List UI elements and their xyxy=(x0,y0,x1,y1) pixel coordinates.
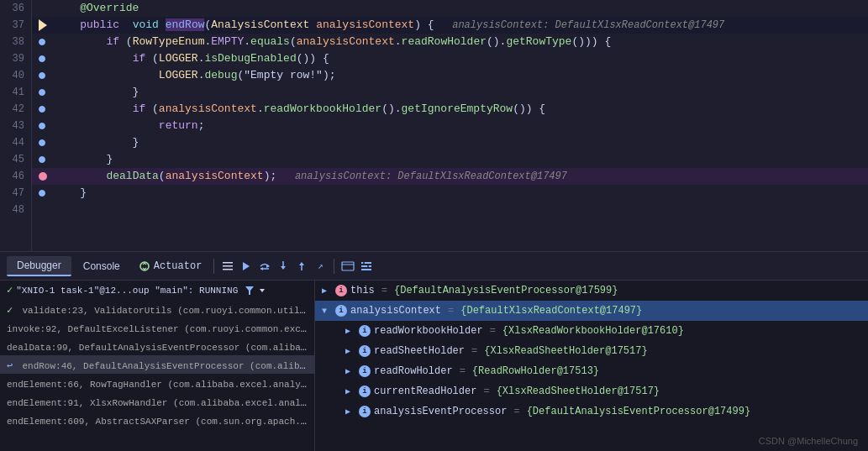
gutter-39 xyxy=(39,50,54,67)
stack-item-4[interactable]: endElement:66, RowTagHandler (com.alibab… xyxy=(0,374,314,392)
var-expand-arrow[interactable]: ▼ xyxy=(322,307,332,316)
var-type-icon: i xyxy=(335,285,347,296)
var-row-3[interactable]: ▶ireadSheetHolder={XlsxReadSheetHolder@1… xyxy=(315,341,868,361)
line-num-44: 44 xyxy=(7,134,24,151)
stack-list: ✓ validate:23, ValidatorUtils (com.ruoyi… xyxy=(0,300,314,429)
stack-text: endElement:66, RowTagHandler (com.alibab… xyxy=(7,379,314,391)
stack-item-0[interactable]: ✓ validate:23, ValidatorUtils (com.ruoyi… xyxy=(0,300,314,318)
tab-debugger[interactable]: Debugger xyxy=(7,256,71,276)
small-breakpoint[interactable] xyxy=(39,39,45,45)
stack-panel: ✓ "XNIO-1 task-1"@12...oup "main": RUNNI… xyxy=(0,281,315,451)
breakpoint-dot[interactable] xyxy=(39,172,47,181)
code-text-41: } xyxy=(54,86,139,98)
var-expand-arrow[interactable]: ▶ xyxy=(322,286,332,296)
small-breakpoint[interactable] xyxy=(39,123,45,129)
toolbar-icon-step-into[interactable] xyxy=(275,258,292,275)
watermark: CSDN @MichelleChung xyxy=(759,436,858,446)
tab-console[interactable]: Console xyxy=(73,257,130,275)
gutter-46 xyxy=(39,168,54,185)
var-row-4[interactable]: ▶ireadRowHolder={ReadRowHolder@17513} xyxy=(315,361,868,381)
svg-rect-2 xyxy=(223,265,233,267)
var-expand-arrow[interactable]: ▶ xyxy=(345,326,355,336)
var-expand-arrow[interactable]: ▶ xyxy=(345,386,355,396)
code-text-39: if (LOGGER.isDebugEnabled()) { xyxy=(54,52,329,65)
toolbar-icon-menu[interactable] xyxy=(219,258,236,275)
line-num-38: 38 xyxy=(7,34,24,50)
line-num-36: 36 xyxy=(7,0,24,17)
svg-marker-9 xyxy=(281,266,286,270)
stack-filter-row: ✓ "XNIO-1 task-1"@12...oup "main": RUNNI… xyxy=(0,281,314,300)
check-icon: ✓ xyxy=(7,305,18,317)
gutter-38 xyxy=(39,34,54,50)
var-name: analysisContext xyxy=(350,305,441,317)
code-line-48 xyxy=(32,202,868,218)
filter-icon[interactable] xyxy=(245,286,255,296)
line-num-42: 42 xyxy=(7,101,24,118)
svg-rect-15 xyxy=(361,265,371,267)
code-text-43: return; xyxy=(54,119,204,132)
var-value: {DefaultXlsxReadContext@17497} xyxy=(460,305,642,317)
line-num-43: 43 xyxy=(7,118,24,134)
var-type-icon: i xyxy=(359,365,371,377)
code-line-43: return; xyxy=(32,118,868,134)
small-breakpoint[interactable] xyxy=(39,190,45,197)
stack-item-3[interactable]: ↩ endRow:46, DefaultAnalysisEventProcess… xyxy=(0,355,314,374)
code-line-46: dealData(analysisContext); analysisConte… xyxy=(32,168,868,185)
var-row-0[interactable]: ▶ithis={DefaultAnalysisEventProcessor@17… xyxy=(315,281,868,301)
var-value: {ReadRowHolder@17513} xyxy=(472,365,599,377)
toolbar-icon-step-over[interactable] xyxy=(256,258,273,275)
gutter-42 xyxy=(39,101,54,118)
actuator-tab[interactable]: Actuator xyxy=(132,257,209,275)
dropdown-arrow-icon[interactable] xyxy=(258,286,266,295)
code-text-38: if (RowTypeEnum.EMPTY.equals(analysisCon… xyxy=(54,35,611,48)
small-breakpoint[interactable] xyxy=(39,55,45,62)
small-breakpoint[interactable] xyxy=(39,72,45,79)
svg-rect-1 xyxy=(223,262,233,264)
actuator-icon xyxy=(139,260,150,272)
var-row-6[interactable]: ▶ianalysisEventProcessor={DefaultAnalysi… xyxy=(315,401,868,422)
svg-marker-7 xyxy=(260,267,263,270)
stack-text: endElement:609, AbstractSAXParser (com.s… xyxy=(7,416,312,427)
var-equals: = xyxy=(448,305,454,317)
stack-item-2[interactable]: dealData:99, DefaultAnalysisEventProcess… xyxy=(0,337,314,355)
small-breakpoint[interactable] xyxy=(39,106,45,113)
line-num-48: 48 xyxy=(7,202,24,218)
var-type-icon: i xyxy=(359,406,371,417)
var-row-2[interactable]: ▶ireadWorkbookHolder={XlsxReadWorkbookHo… xyxy=(315,321,868,341)
stack-text: dealData:99, DefaultAnalysisEventProcess… xyxy=(7,342,314,354)
small-breakpoint[interactable] xyxy=(39,156,45,163)
code-text-42: if (analysisContext.readWorkbookHolder()… xyxy=(54,102,545,115)
var-name: this xyxy=(350,285,375,296)
code-text-44: } xyxy=(54,136,139,149)
svg-marker-4 xyxy=(243,262,250,270)
var-row-1[interactable]: ▼ianalysisContext={DefaultXlsxReadContex… xyxy=(315,301,868,321)
code-line-38: if (RowTypeEnum.EMPTY.equals(analysisCon… xyxy=(32,34,868,50)
toolbar-icon-resume[interactable] xyxy=(238,258,255,275)
small-breakpoint[interactable] xyxy=(39,139,45,146)
current-line-arrow xyxy=(39,19,47,31)
toolbar-icon-frames[interactable] xyxy=(339,258,356,275)
stack-text: validate:23, ValidatorUtils (com.ruoyi.c… xyxy=(22,305,310,317)
toolbar-icon-settings[interactable] xyxy=(358,258,375,275)
code-text-45: } xyxy=(54,153,113,165)
code-line-44: } xyxy=(32,134,868,151)
separator-2 xyxy=(334,259,334,274)
toolbar-icon-run-to-cursor[interactable]: ↗ xyxy=(312,258,329,275)
var-row-5[interactable]: ▶icurrentReadHolder={XlsxReadSheetHolder… xyxy=(315,381,868,401)
debugger-content: ✓ "XNIO-1 task-1"@12...oup "main": RUNNI… xyxy=(0,281,868,451)
var-type-icon: i xyxy=(335,305,347,317)
var-type-icon: i xyxy=(359,385,371,397)
toolbar-icon-step-out[interactable] xyxy=(293,258,310,275)
stack-item-6[interactable]: endElement:609, AbstractSAXParser (com.s… xyxy=(0,411,314,429)
code-line-40: LOGGER.debug("Empty row!"); xyxy=(32,67,868,84)
debugger-panel: Debugger Console Actuator xyxy=(0,252,868,451)
svg-rect-16 xyxy=(361,269,371,270)
var-equals: = xyxy=(460,365,466,377)
var-value: {XlsxReadSheetHolder@17517} xyxy=(497,385,660,397)
stack-item-5[interactable]: endElement:91, XlsxRowHandler (com.aliba… xyxy=(0,392,314,411)
var-expand-arrow[interactable]: ▶ xyxy=(345,346,355,356)
small-breakpoint[interactable] xyxy=(39,89,45,96)
var-expand-arrow[interactable]: ▶ xyxy=(345,406,355,417)
stack-item-1[interactable]: invoke:92, DefaultExcelListener (com.ruo… xyxy=(0,318,314,337)
var-expand-arrow[interactable]: ▶ xyxy=(345,366,355,376)
